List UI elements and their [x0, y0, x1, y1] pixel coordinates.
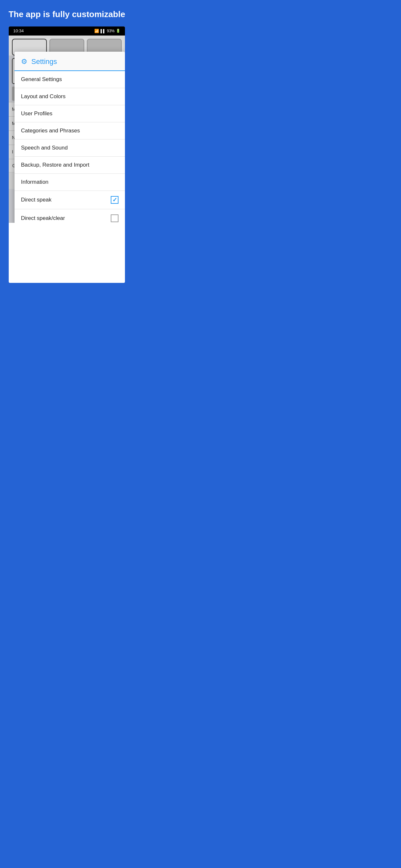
- menu-item-general-label: General Settings: [21, 76, 62, 83]
- modal-header: ⚙ Settings: [14, 52, 125, 71]
- menu-item-info-label: Information: [21, 179, 49, 185]
- battery-icon: 🔋: [116, 29, 120, 33]
- direct-speak-checkbox[interactable]: ✓: [111, 196, 119, 204]
- phone-frame: 10:34 📶 ▌▌ 93% 🔋 ◉)) ⛶: [9, 27, 125, 283]
- menu-item-direct-speak-clear[interactable]: Direct speak/clear: [14, 209, 125, 223]
- status-icons: 📶 ▌▌ 93% 🔋: [94, 29, 120, 33]
- menu-item-profiles[interactable]: User Profiles: [14, 105, 125, 122]
- menu-item-profiles-label: User Profiles: [21, 111, 52, 117]
- modal-gear-icon: ⚙: [21, 58, 27, 66]
- menu-item-general[interactable]: General Settings: [14, 71, 125, 88]
- menu-item-layout-label: Layout and Colors: [21, 93, 66, 100]
- menu-item-categories-label: Categories and Phrases: [21, 128, 80, 134]
- page-title: The app is fully customizable: [1, 0, 133, 27]
- menu-item-direct-speak-label: Direct speak: [21, 197, 51, 203]
- checkmark-icon: ✓: [112, 196, 117, 204]
- status-time: 10:34: [13, 28, 24, 33]
- status-bar: 10:34 📶 ▌▌ 93% 🔋: [9, 27, 125, 35]
- app-content: ◉)) ⛶ ⚙ My s ... My a are Nice ank I ca …: [9, 35, 125, 223]
- menu-item-direct-speak[interactable]: Direct speak ✓: [14, 191, 125, 209]
- settings-modal: ⚙ Settings General Settings Layout and C…: [14, 52, 125, 223]
- menu-item-info[interactable]: Information: [14, 174, 125, 191]
- modal-title: Settings: [31, 58, 57, 66]
- menu-item-layout[interactable]: Layout and Colors: [14, 88, 125, 105]
- direct-speak-clear-checkbox[interactable]: [111, 214, 119, 222]
- menu-item-speech-label: Speech and Sound: [21, 145, 68, 151]
- menu-item-backup-label: Backup, Restore and Import: [21, 162, 89, 168]
- menu-item-speech[interactable]: Speech and Sound: [14, 140, 125, 157]
- wifi-icon: 📶: [94, 29, 99, 33]
- battery-label: 93%: [107, 29, 115, 33]
- signal-icon: ▌▌: [100, 29, 105, 33]
- menu-item-categories[interactable]: Categories and Phrases: [14, 122, 125, 140]
- menu-item-direct-speak-clear-label: Direct speak/clear: [21, 215, 65, 221]
- menu-item-backup[interactable]: Backup, Restore and Import: [14, 157, 125, 174]
